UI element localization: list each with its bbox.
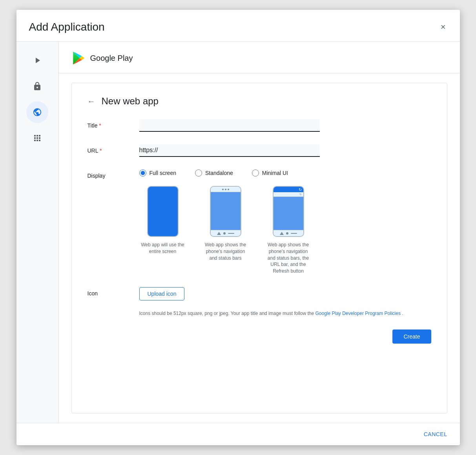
globe-icon (33, 107, 42, 117)
sidebar-item-lock[interactable] (26, 75, 48, 97)
google-play-header: Google Play (59, 42, 460, 73)
phone-previews: Web app will use the entire screen (139, 186, 431, 275)
fullscreen-preview: Web app will use the entire screen (139, 186, 186, 255)
url-input[interactable] (139, 144, 320, 157)
title-field-row: Title * (88, 119, 431, 132)
sidebar-item-play[interactable] (26, 49, 48, 71)
icon-hint: Icons should be 512px square, png or jpe… (139, 310, 431, 317)
google-play-text: Google Play (90, 54, 133, 63)
title-required-star: * (99, 122, 101, 129)
create-button[interactable]: Create (392, 329, 431, 344)
nav-recent (228, 233, 234, 234)
dialog-header: Add Application × (16, 10, 460, 42)
title-input[interactable] (139, 119, 320, 132)
minimal-navbar (274, 230, 303, 236)
standalone-navbar (211, 230, 241, 236)
dot2 (225, 189, 226, 190)
url-label: URL * (88, 144, 127, 154)
standalone-label: Standalone (205, 170, 233, 176)
url-required-star: * (100, 147, 102, 154)
play-icon (33, 56, 42, 65)
nav-home (223, 232, 226, 235)
policy-link[interactable]: Google Play Developer Program Policies (315, 311, 402, 316)
sidebar-item-web[interactable] (26, 101, 48, 123)
upload-icon-button[interactable]: Upload icon (139, 287, 185, 300)
title-label: Title * (88, 119, 127, 129)
standalone-phone-body (211, 192, 241, 230)
panel-title: New web app (102, 96, 159, 107)
status-dots (222, 189, 229, 190)
standalone-option[interactable]: Standalone (195, 169, 233, 177)
radio-row: Full screen Standalone Minimal UI (139, 169, 431, 177)
icon-label: Icon (88, 287, 127, 297)
fullscreen-option[interactable]: Full screen (139, 169, 176, 177)
panel-header: ← New web app (88, 96, 431, 107)
inner-panel: ← New web app Title * URL * (71, 83, 447, 413)
minimal-urlbar: ↻ (274, 192, 303, 197)
standalone-phone-frame (210, 186, 241, 237)
display-section: Display Full screen Standalone (88, 169, 431, 275)
dialog-body: Google Play ← New web app Title * (16, 42, 460, 423)
nav-home-min (286, 232, 288, 235)
fullscreen-label: Full screen (150, 170, 176, 176)
url-field-row: URL * (88, 144, 431, 157)
minimal-radio[interactable] (252, 169, 259, 177)
refresh-icon: ↻ (299, 187, 302, 192)
display-label: Display (88, 169, 127, 179)
sidebar-item-apps[interactable] (26, 127, 48, 149)
nav-back-min (280, 232, 284, 235)
minimal-option[interactable]: Minimal UI (252, 169, 288, 177)
create-row: Create (88, 329, 431, 344)
minimal-desc: Web app shows the phone's navigation and… (265, 242, 312, 275)
minimal-phone-body (274, 197, 303, 230)
standalone-preview: Web app shows the phone's navigation and… (202, 186, 249, 261)
add-application-dialog: Add Application × (16, 10, 460, 445)
google-play-logo (71, 51, 86, 65)
display-options: Full screen Standalone Minimal UI (139, 169, 431, 275)
minimal-label: Minimal UI (262, 170, 288, 176)
minimal-phone-frame: ↻ ↻ (273, 186, 304, 237)
fullscreen-desc: Web app will use the entire screen (139, 242, 186, 255)
standalone-radio[interactable] (195, 169, 202, 177)
close-button[interactable]: × (439, 21, 447, 33)
apps-icon (33, 133, 42, 143)
fullscreen-phone-frame (147, 186, 179, 237)
standalone-statusbar (211, 187, 241, 192)
dialog-title: Add Application (29, 21, 105, 33)
minimal-preview: ↻ ↻ (265, 186, 312, 275)
dot1 (222, 189, 224, 190)
minimal-statusbar: ↻ (274, 187, 303, 192)
back-button[interactable]: ← (88, 97, 95, 106)
url-bar-text: ↻ (299, 193, 302, 196)
cancel-button[interactable]: CANCEL (424, 431, 447, 437)
icon-section: Icon Upload icon (88, 287, 431, 300)
nav-back (217, 232, 221, 235)
dot3 (228, 189, 229, 190)
nav-recent-min (291, 233, 297, 234)
content-area: Google Play ← New web app Title * (59, 42, 460, 423)
sidebar (16, 42, 59, 423)
lock-icon (33, 82, 42, 91)
standalone-desc: Web app shows the phone's navigation and… (202, 242, 249, 261)
fullscreen-phone-body (148, 187, 178, 236)
dialog-footer: CANCEL (16, 423, 460, 445)
fullscreen-radio[interactable] (139, 169, 146, 177)
